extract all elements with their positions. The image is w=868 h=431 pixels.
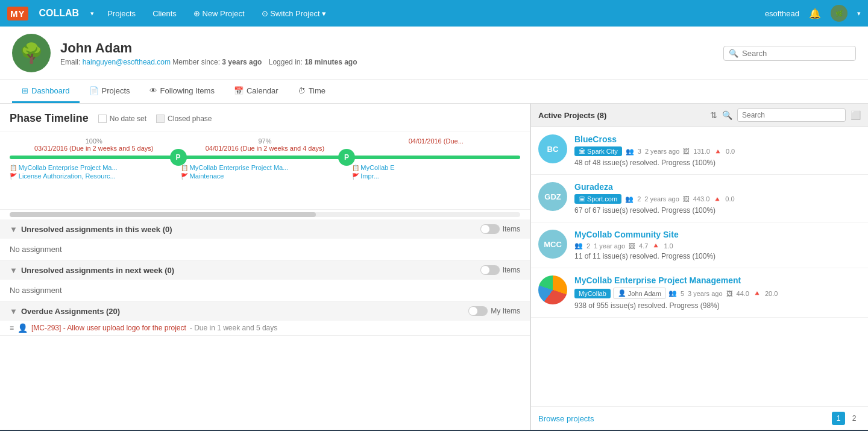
issues-icon-enterprise: 🔺 xyxy=(753,289,761,297)
timeline-scrollbar[interactable] xyxy=(10,212,520,217)
timeline-flag-3b[interactable]: Impr... xyxy=(352,172,521,180)
next-week-toggle-switch[interactable] xyxy=(480,265,500,275)
project-name-enterprise[interactable]: MyCollab Enterprise Project Management xyxy=(574,275,741,285)
next-week-items-toggle[interactable]: Items xyxy=(480,265,520,275)
logo-collab: COLLAB xyxy=(39,8,80,19)
search-toggle-icon[interactable]: 🔍 xyxy=(722,110,732,120)
timeline-dates: 100% 03/31/2016 (Due in 2 weeks and 5 da… xyxy=(10,137,520,152)
projects-search-input[interactable] xyxy=(742,111,841,119)
timeline-task-1a[interactable]: MyCollab Enterprise Project Ma... xyxy=(10,164,178,171)
nav-avatar[interactable]: 🌿 xyxy=(831,5,848,22)
members-icon-enterprise: 👥 xyxy=(668,289,677,297)
overdue-due-text: - Due in 1 week and 5 days xyxy=(190,324,277,332)
timeline-area[interactable]: 100% 03/31/2016 (Due in 2 weeks and 5 da… xyxy=(0,131,530,210)
this-week-items-toggle[interactable]: Items xyxy=(480,224,520,234)
export-icon[interactable]: ⬜ xyxy=(851,110,861,120)
page-2-button[interactable]: 2 xyxy=(848,412,861,425)
timeline-task-col-2: MyCollab Enterprise Project Ma... Mainte… xyxy=(181,164,350,180)
next-week-toggle-icon: ▼ xyxy=(10,266,17,275)
next-week-section: ▼ Unresolved assignments in next week (0… xyxy=(0,260,530,301)
building-icon-gdz: 🏛 xyxy=(579,195,585,203)
member-since-value: 3 years ago xyxy=(222,58,262,66)
this-week-label: Unresolved assignments in this week (0) xyxy=(21,225,172,234)
logo-dropdown-icon[interactable]: ▾ xyxy=(90,10,94,17)
next-week-items-label: Items xyxy=(503,266,520,274)
project-meta-mcc: 👥 2 1 year ago 🖼 4.7 🔺 1.0 xyxy=(574,242,673,250)
project-meta-gdz: 👥 2 2 years ago 🖼 443.0 🔺 0.0 xyxy=(625,195,734,203)
email-label: Email: xyxy=(60,58,80,66)
overdue-header-left: ▼ Overdue Assignments (20) xyxy=(10,307,120,316)
this-week-items-label: Items xyxy=(503,225,520,233)
timeline-tasks: MyCollab Enterprise Project Ma... Licens… xyxy=(10,164,520,180)
profile-search-input[interactable] xyxy=(742,49,851,58)
nav-user-dropdown-icon[interactable]: ▾ xyxy=(857,10,861,17)
phase-timeline-header: Phase Timeline No date set Closed phase xyxy=(0,104,530,131)
projects-search-box[interactable] xyxy=(737,109,846,122)
nav-switch-project[interactable]: ⊙ Switch Project ▾ xyxy=(258,9,330,18)
next-week-header-left: ▼ Unresolved assignments in next week (0… xyxy=(10,266,174,275)
project-name-bc[interactable]: BlueCross xyxy=(574,134,617,144)
overdue-header[interactable]: ▼ Overdue Assignments (20) My Items xyxy=(0,301,530,321)
project-meta-bc: 👥 3 2 years ago 🖼 131.0 🔺 0.0 xyxy=(626,148,735,156)
following-icon: 👁 xyxy=(149,86,157,95)
project-details-enterprise: MyCollab Enterprise Project Management M… xyxy=(574,275,861,310)
files-icon-gdz: 🖼 xyxy=(683,195,690,203)
timeline-scrollbar-thumb[interactable] xyxy=(10,212,316,217)
issues-icon-gdz: 🔺 xyxy=(713,195,722,203)
no-date-box xyxy=(98,115,107,123)
profile-search-box[interactable]: 🔍 xyxy=(723,46,856,61)
this-week-toggle-switch[interactable] xyxy=(480,224,500,234)
nav-new-project[interactable]: ⊕ New Project xyxy=(190,9,248,18)
profile-email[interactable]: hainguyen@esofthead.com xyxy=(83,58,171,66)
nav-projects[interactable]: Projects xyxy=(104,9,139,18)
timeline-date-2: 04/01/2016 (Due in 2 weeks and 4 days) xyxy=(181,145,350,152)
tab-projects[interactable]: 📄 Projects xyxy=(80,80,140,103)
files-icon-bc: 🖼 xyxy=(683,148,690,155)
timeline-circle-2: P xyxy=(338,149,355,166)
enterprise-tag-mycollab[interactable]: MyCollab xyxy=(574,289,611,298)
sort-icon[interactable]: ⇅ xyxy=(710,110,717,120)
bell-icon[interactable]: 🔔 xyxy=(809,8,821,19)
this-week-header-left: ▼ Unresolved assignments in this week (0… xyxy=(10,225,172,234)
project-badge-bc: BC xyxy=(538,134,567,163)
plus-icon: ⊕ xyxy=(193,9,200,18)
project-tag-spark-city[interactable]: 🏛 Spark City xyxy=(574,146,622,156)
timeline-flag-2b[interactable]: Maintenace xyxy=(181,172,350,180)
this-week-empty-text: No assignment xyxy=(10,245,62,254)
timeline-task-2a[interactable]: MyCollab Enterprise Project Ma... xyxy=(181,164,350,171)
nav-username: esofthead xyxy=(765,9,799,18)
project-card-mcc: MCC MyCollab Community Site 👥 2 1 year a… xyxy=(531,222,868,268)
overdue-items-toggle[interactable]: My Items xyxy=(468,306,520,316)
closed-phase-label: Closed phase xyxy=(168,115,212,123)
project-tags-bc: 🏛 Spark City 👥 3 2 years ago 🖼 131.0 🔺 0… xyxy=(574,146,861,156)
project-details-mcc: MyCollab Community Site 👥 2 1 year ago 🖼… xyxy=(574,230,861,260)
tab-following-items[interactable]: 👁 Following Items xyxy=(140,80,224,103)
page-1-button[interactable]: 1 xyxy=(832,412,845,425)
nav-clients[interactable]: Clients xyxy=(149,9,180,18)
dashboard-icon: ⊞ xyxy=(22,86,28,95)
overdue-toggle-icon: ▼ xyxy=(10,307,17,316)
project-tag-sport-com[interactable]: 🏛 Sport.com xyxy=(574,194,621,204)
overdue-toggle-switch[interactable] xyxy=(468,306,488,316)
overdue-items-label: My Items xyxy=(491,307,520,315)
tab-calendar[interactable]: 📅 Calendar xyxy=(224,80,288,103)
members-icon-gdz: 👥 xyxy=(625,195,634,203)
project-progress-gdz: 67 of 67 issue(s) resolved. Progress (10… xyxy=(574,206,861,215)
tab-time[interactable]: ⏱ Time xyxy=(288,80,335,103)
overdue-task-link[interactable]: [MC-293] - Allow user upload logo for th… xyxy=(31,324,186,332)
timeline-flag-1b[interactable]: License Authorization, Resourc... xyxy=(10,172,178,180)
top-navigation: MY COLLAB ▾ Projects Clients ⊕ New Proje… xyxy=(0,0,868,27)
project-name-mcc[interactable]: MyCollab Community Site xyxy=(574,230,679,239)
timeline-task-3a[interactable]: MyCollab E xyxy=(352,164,521,171)
browse-projects-link[interactable]: Browse projects xyxy=(538,414,594,423)
project-tags-gdz: 🏛 Sport.com 👥 2 2 years ago 🖼 443.0 🔺 0.… xyxy=(574,194,861,204)
project-badge-gdz: GDZ xyxy=(538,182,567,211)
this-week-header[interactable]: ▼ Unresolved assignments in this week (0… xyxy=(0,219,530,239)
project-meta-enterprise: 👥 5 3 years ago 🖼 44.0 🔺 20.0 xyxy=(668,289,778,297)
project-progress-bc: 48 of 48 issue(s) resolved. Progress (10… xyxy=(574,159,861,167)
members-icon-mcc: 👥 xyxy=(574,242,583,250)
project-name-gdz[interactable]: Guradeza xyxy=(574,182,613,192)
next-week-header[interactable]: ▼ Unresolved assignments in next week (0… xyxy=(0,260,530,280)
tab-dashboard[interactable]: ⊞ Dashboard xyxy=(12,80,80,103)
this-week-section: ▼ Unresolved assignments in this week (0… xyxy=(0,219,530,260)
